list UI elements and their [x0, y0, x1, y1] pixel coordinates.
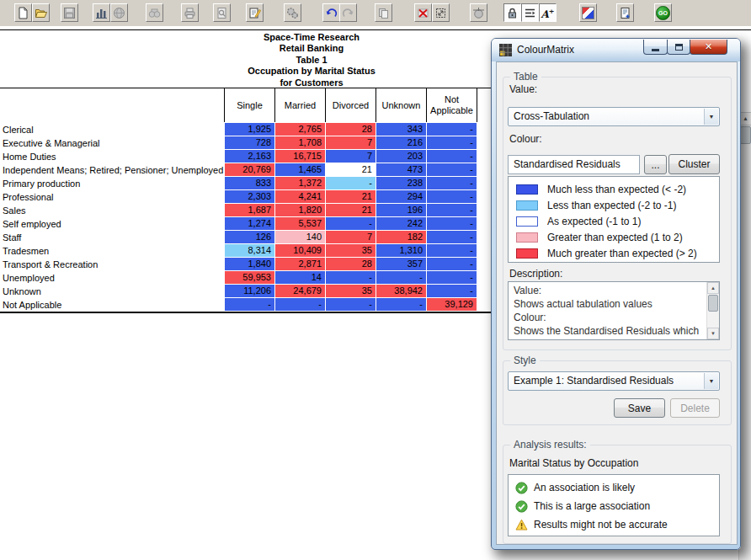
copy-button[interactable] [375, 3, 392, 22]
scroll-up-button[interactable]: ▲ [707, 282, 719, 294]
table-cell[interactable]: - [326, 217, 376, 230]
table-cell[interactable]: - [427, 190, 477, 203]
table-cell[interactable]: - [376, 298, 426, 311]
table-cell[interactable]: 10,409 [275, 244, 325, 257]
table-cell[interactable]: - [427, 217, 477, 230]
table-cell[interactable]: 35 [326, 244, 376, 257]
table-cell[interactable]: - [427, 177, 477, 189]
table-cell[interactable]: 203 [376, 150, 426, 163]
value-select[interactable]: Cross-Tabulation ▼ [508, 107, 720, 126]
open-file-button[interactable] [32, 3, 50, 22]
table-cell[interactable]: 126 [225, 231, 274, 243]
print-preview-button[interactable] [213, 3, 231, 22]
table-cell[interactable]: 1,687 [225, 204, 274, 216]
table-cell[interactable]: 2,871 [275, 258, 325, 270]
align-text-button[interactable] [521, 3, 539, 22]
table-cell[interactable]: 216 [376, 136, 426, 149]
resize-selection-button[interactable] [432, 3, 450, 22]
print-button[interactable] [181, 3, 199, 22]
table-cell[interactable]: - [427, 271, 477, 284]
save-button[interactable]: Save [614, 398, 665, 418]
table-cell[interactable]: - [427, 123, 477, 136]
table-cell[interactable]: 140 [275, 231, 325, 243]
table-cell[interactable]: 16,715 [275, 150, 325, 163]
new-document-button[interactable] [14, 3, 32, 22]
table-cell[interactable]: 38,942 [376, 285, 426, 297]
scroll-up-button[interactable]: ▲ [739, 112, 751, 125]
chevron-down-icon[interactable]: ▼ [704, 373, 718, 389]
table-cell[interactable]: 5,537 [275, 217, 325, 230]
delete-button[interactable]: Delete [670, 398, 720, 418]
table-cell[interactable]: 2,163 [225, 150, 274, 163]
table-cell[interactable]: - [427, 258, 477, 270]
colour-input[interactable]: Standardised Residuals [508, 155, 640, 174]
table-cell[interactable]: 1,925 [225, 123, 274, 136]
scroll-thumb[interactable] [740, 126, 751, 144]
go-button[interactable]: GO [654, 3, 672, 22]
table-cell[interactable]: 8,314 [225, 244, 274, 257]
table-cell[interactable]: 196 [376, 204, 426, 216]
table-cell[interactable]: - [275, 298, 325, 311]
table-cell[interactable]: 24,679 [275, 285, 325, 297]
save-button[interactable] [61, 3, 78, 22]
table-cell[interactable]: 20,769 [225, 163, 274, 176]
undo-button[interactable] [322, 3, 340, 22]
table-cell[interactable]: - [326, 271, 376, 284]
dialog-title-bar[interactable]: ColourMatrix ✕ [492, 39, 740, 61]
globe-button[interactable] [110, 3, 128, 22]
table-cell[interactable]: 7 [326, 231, 376, 243]
table-cell[interactable]: 35 [326, 285, 376, 297]
table-cell[interactable]: 39,129 [427, 298, 477, 311]
table-cell[interactable]: 182 [376, 231, 426, 243]
font-size-button[interactable]: A+ [539, 3, 557, 22]
maximize-button[interactable] [667, 40, 690, 55]
table-cell[interactable]: 294 [376, 190, 426, 203]
table-cell[interactable]: 1,820 [275, 204, 325, 216]
table-cell[interactable]: - [376, 271, 426, 284]
table-cell[interactable]: - [427, 136, 477, 149]
table-cell[interactable]: 357 [376, 258, 426, 270]
scroll-down-button[interactable]: ▼ [707, 328, 719, 339]
table-cell[interactable]: 7 [326, 136, 376, 149]
table-cell[interactable]: 1,708 [275, 136, 325, 149]
table-cell[interactable]: 2,765 [275, 123, 325, 136]
table-cell[interactable]: 59,953 [225, 271, 274, 284]
table-cell[interactable]: 343 [376, 123, 426, 136]
cluster-button[interactable]: Cluster [668, 154, 720, 174]
table-cell[interactable]: 473 [376, 163, 426, 176]
lock-button[interactable] [503, 3, 521, 22]
table-cell[interactable]: 1,274 [225, 217, 274, 230]
table-cell[interactable]: - [427, 204, 477, 216]
table-cell[interactable]: - [427, 150, 477, 163]
table-cell[interactable]: 238 [376, 177, 426, 189]
table-cell[interactable]: - [326, 298, 376, 311]
description-scrollbar[interactable]: ▲ ▼ [706, 282, 719, 339]
table-cell[interactable]: - [225, 298, 274, 311]
table-cell[interactable]: 1,465 [275, 163, 325, 176]
table-cell[interactable]: 1,840 [225, 258, 274, 270]
delete-table-button[interactable] [414, 3, 432, 22]
gears-button[interactable] [284, 3, 301, 22]
table-cell[interactable]: 1,310 [376, 244, 426, 257]
table-cell[interactable]: 21 [326, 204, 376, 216]
table-cell[interactable]: 4,241 [275, 190, 325, 203]
table-cell[interactable]: 21 [326, 190, 376, 203]
table-cell[interactable]: 28 [326, 123, 376, 136]
scroll-thumb[interactable] [708, 295, 718, 312]
target-button[interactable] [470, 3, 487, 22]
minimize-button[interactable] [643, 40, 668, 55]
table-cell[interactable]: - [427, 231, 477, 243]
table-cell[interactable]: 21 [326, 163, 376, 176]
table-cell[interactable]: 1,372 [275, 177, 325, 189]
table-cell[interactable]: 7 [326, 150, 376, 163]
table-cell[interactable]: - [427, 163, 477, 176]
table-cell[interactable]: - [427, 285, 477, 297]
table-cell[interactable]: - [326, 177, 376, 189]
table-cell[interactable]: - [427, 244, 477, 257]
table-cell[interactable]: 2,303 [225, 190, 274, 203]
redo-button[interactable] [339, 3, 357, 22]
table-cell[interactable]: 728 [225, 136, 274, 149]
find-button[interactable] [146, 3, 163, 22]
colour-matrix-button[interactable] [579, 3, 597, 22]
add-document-button[interactable] [616, 3, 634, 22]
